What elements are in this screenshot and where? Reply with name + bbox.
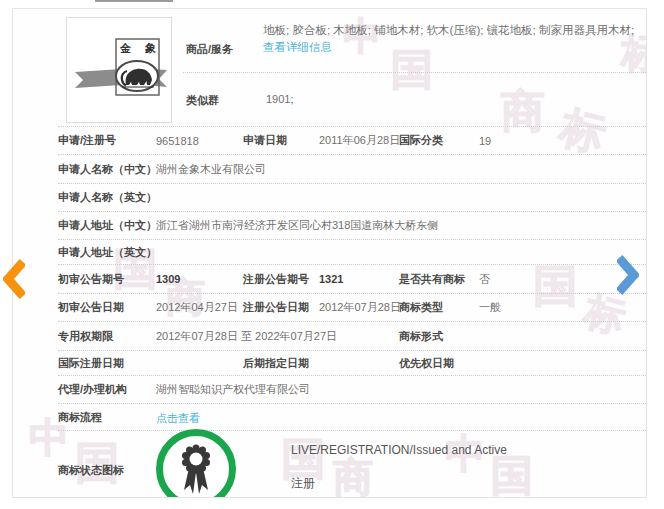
period-value: 2012年07月28日 至 2022年07月27日 [156,329,399,344]
status-text-en: LIVE/REGISTRATION/Issued and Active [291,443,507,457]
goods-services-value: 地板; 胶合板; 木地板; 铺地木材; 软木(压缩); 镶花地板; 制家用器具用… [263,22,647,56]
similar-group-label: 类似群 [186,93,219,108]
goods-separator [183,72,646,73]
app-date-label: 申请日期 [243,133,319,148]
process-view-link[interactable]: 点击查看 [156,412,200,424]
regpub-no-label: 注册公告期号 [243,272,319,287]
row-status: 商标状态图标 LIVE/REGISTRATION/ [58,431,646,498]
period-label: 专用权期限 [58,329,156,344]
later-designation-label: 后期指定日期 [243,356,319,371]
status-text-cn: 注册 [291,475,315,492]
similar-group-value: 1901; [266,93,294,105]
row-applicant-name-en: 申请人名称（英文） [58,184,646,212]
row-intl-dates: 国际注册日期 后期指定日期 优先权日期 [58,351,646,376]
next-arrow-icon[interactable] [617,255,639,299]
row-gazette-numbers: 初审公告期号 1309 注册公告期号 1321 是否共有商标 否 [58,265,646,294]
svg-text:象: 象 [144,42,156,54]
row-agency: 代理/办理机构 湖州智聪知识产权代理有限公司 [58,376,646,404]
tm-type-label: 商标类型 [399,300,479,315]
regpub-no-value: 1321 [319,273,399,285]
row-applicant-name-cn: 申请人名称（中文） 湖州金象木业有限公司 [58,155,646,184]
row-applicant-address-cn: 申请人地址（中文） 浙江省湖州市南浔经济开发区同心村318国道南林大桥东侧 [58,212,646,240]
view-details-link[interactable]: 查看详细信息 [263,41,332,53]
shared-mark-label: 是否共有商标 [399,272,479,287]
reg-no-label: 申请/注册号 [58,133,156,148]
applicant-cn-value: 湖州金象木业有限公司 [156,162,646,177]
golden-elephant-logo-icon: 金 象 [67,18,171,122]
reg-no-value: 9651818 [156,135,243,147]
status-label: 商标状态图标 [58,463,124,478]
priority-date-label: 优先权日期 [399,356,479,371]
field-rows: 申请/注册号 9651818 申请日期 2011年06月28日 国际分类 19 … [58,126,646,498]
app-date-value: 2011年06月28日 [319,133,399,148]
tm-type-value: 一般 [479,300,646,315]
tm-form-label: 商标形式 [399,329,479,344]
row-process: 商标流程 点击查看 [58,404,646,431]
prelim-date-label: 初审公告日期 [58,300,156,315]
addr-cn-value: 浙江省湖州市南浔经济开发区同心村318国道南林大桥东侧 [156,218,646,233]
goods-services-label: 商品/服务 [186,42,233,57]
intl-class-value: 19 [479,135,646,147]
trademark-detail-card: 中 国 商 标 标 国 商 国 标 中 国 国 商 中 国 金 象 商品/服务 … [12,8,647,498]
row-gazette-dates: 初审公告日期 2012年04月27日 注册公告日期 2012年07月28日 商标… [58,294,646,322]
prev-arrow-icon[interactable] [3,259,25,303]
addr-en-label: 申请人地址（英文） [58,245,156,260]
regpub-date-label: 注册公告日期 [243,300,319,315]
applicant-en-label: 申请人名称（英文） [58,190,156,205]
goods-services-text: 地板; 胶合板; 木地板; 铺地木材; 软木(压缩); 镶花地板; 制家用器具用… [263,24,634,36]
intl-class-label: 国际分类 [399,133,479,148]
status-badge [156,429,236,498]
process-label: 商标流程 [58,410,156,425]
trademark-image[interactable]: 金 象 [66,17,172,123]
regpub-date-value: 2012年07月28日 [319,300,399,315]
row-registration-number: 申请/注册号 9651818 申请日期 2011年06月28日 国际分类 19 [58,127,646,155]
agency-value: 湖州智聪知识产权代理有限公司 [156,382,646,397]
prelim-no-value: 1309 [156,273,243,285]
rosette-medal-icon [176,442,216,496]
prelim-date-value: 2012年04月27日 [156,300,243,315]
addr-cn-label: 申请人地址（中文） [58,218,156,233]
agency-label: 代理/办理机构 [58,382,156,397]
intl-reg-date-label: 国际注册日期 [58,356,156,371]
prelim-no-label: 初审公告期号 [58,272,156,287]
row-exclusive-period: 专用权期限 2012年07月28日 至 2022年07月27日 商标形式 [58,322,646,351]
svg-text:金: 金 [119,42,132,54]
row-applicant-address-en: 申请人地址（英文） [58,240,646,265]
top-divider-line [95,0,173,2]
applicant-cn-label: 申请人名称（中文） [58,162,156,177]
